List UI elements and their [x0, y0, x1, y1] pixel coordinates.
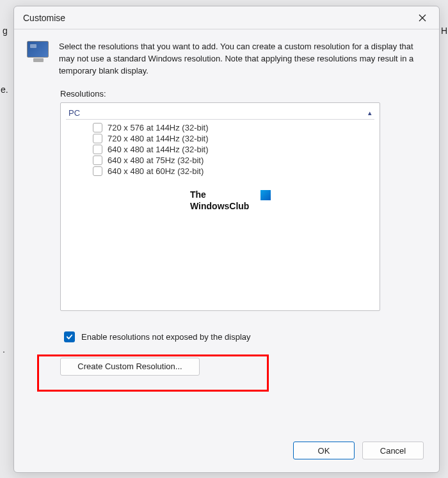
resolution-checkbox[interactable]: [93, 123, 102, 132]
watermark: The WindowsClub: [190, 189, 271, 212]
resolution-item[interactable]: 640 x 480 at 144Hz (32-bit): [93, 144, 374, 155]
checkmark-icon: [66, 333, 73, 340]
create-custom-resolution-button[interactable]: Create Custom Resolution...: [60, 358, 200, 376]
resolution-item[interactable]: 640 x 480 at 60Hz (32-bit): [93, 166, 374, 177]
chevron-up-icon: ▴: [368, 109, 372, 117]
cancel-button[interactable]: Cancel: [362, 442, 424, 459]
resolution-label: 720 x 480 at 144Hz (32-bit): [108, 134, 209, 143]
resolution-label: 720 x 576 at 144Hz (32-bit): [108, 123, 209, 132]
close-icon: [419, 14, 426, 22]
resolution-item[interactable]: 720 x 576 at 144Hz (32-bit): [93, 122, 374, 133]
dialog-button-row: OK Cancel: [27, 442, 424, 462]
resolution-checkbox[interactable]: [93, 134, 102, 143]
pc-group-label: PC: [68, 108, 80, 118]
enable-resolutions-label: Enable resolutions not exposed by the di…: [81, 332, 251, 342]
resolution-item[interactable]: 640 x 480 at 75Hz (32-bit): [93, 155, 374, 166]
ok-button[interactable]: OK: [293, 442, 355, 459]
title-bar: Customise: [14, 6, 439, 29]
resolution-item[interactable]: 720 x 480 at 144Hz (32-bit): [93, 133, 374, 144]
resolution-checkbox[interactable]: [93, 145, 102, 154]
monitor-icon: [27, 41, 50, 64]
resolution-checkbox[interactable]: [93, 155, 102, 165]
background-text: g: [3, 26, 8, 36]
dialog-description: Select the resolutions that you want to …: [59, 41, 424, 77]
resolutions-label: Resolutions:: [60, 89, 424, 99]
dialog-title: Customise: [23, 13, 65, 23]
customise-dialog: Customise Select the resolutions that yo…: [13, 6, 440, 473]
resolution-list: 720 x 576 at 144Hz (32-bit) 720 x 480 at…: [66, 122, 374, 177]
resolution-label: 640 x 480 at 75Hz (32-bit): [108, 155, 204, 165]
close-button[interactable]: [413, 9, 431, 27]
background-text: .: [3, 344, 5, 355]
enable-resolutions-row[interactable]: Enable resolutions not exposed by the di…: [64, 331, 424, 342]
resolution-checkbox[interactable]: [93, 166, 102, 176]
resolution-label: 640 x 480 at 144Hz (32-bit): [108, 145, 209, 154]
windows-logo-icon: [260, 190, 271, 200]
pc-group-header[interactable]: PC ▴: [66, 107, 374, 120]
dialog-content: Select the resolutions that you want to …: [14, 29, 439, 472]
enable-resolutions-checkbox[interactable]: [64, 331, 75, 342]
resolution-label: 640 x 480 at 60Hz (32-bit): [108, 166, 204, 176]
resolutions-listbox[interactable]: PC ▴ 720 x 576 at 144Hz (32-bit) 720 x 4…: [60, 102, 380, 311]
background-text: e.: [1, 84, 8, 95]
